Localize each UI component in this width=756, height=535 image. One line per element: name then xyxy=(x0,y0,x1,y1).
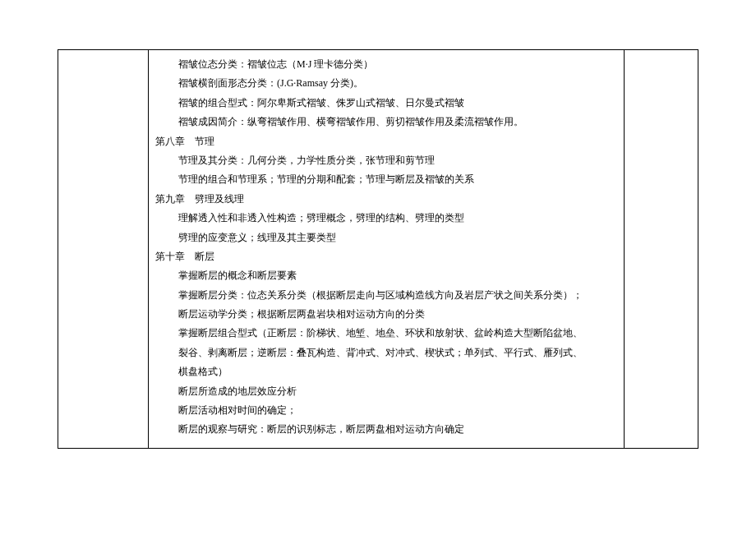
content-line: 节理的组合和节理系；节理的分期和配套；节理与断层及褶皱的关系 xyxy=(155,170,617,189)
document-page: 褶皱位态分类：褶皱位志（M·J 理卡德分类）褶皱横剖面形态分类：(J.G·Ram… xyxy=(0,0,756,449)
content-line: 褶皱横剖面形态分类：(J.G·Ramsay 分类)。 xyxy=(155,74,617,93)
content-line: 劈理的应变意义；线理及其主要类型 xyxy=(155,228,617,247)
content-line: 第八章 节理 xyxy=(155,132,617,151)
content-line: 节理及其分类：几何分类，力学性质分类，张节理和剪节理 xyxy=(155,151,617,170)
table-row: 褶皱位态分类：褶皱位志（M·J 理卡德分类）褶皱横剖面形态分类：(J.G·Ram… xyxy=(58,50,698,449)
content-block: 褶皱位态分类：褶皱位志（M·J 理卡德分类）褶皱横剖面形态分类：(J.G·Ram… xyxy=(155,55,617,440)
content-line: 褶皱成因简介：纵弯褶皱作用、横弯褶皱作用、剪切褶皱作用及柔流褶皱作用。 xyxy=(155,113,617,131)
content-line: 断层的观察与研究：断层的识别标志，断层两盘相对运动方向确定 xyxy=(155,420,617,439)
content-line: 断层活动相对时间的确定； xyxy=(155,401,617,420)
content-line: 掌握断层组合型式（正断层：阶梯状、地堑、地垒、环状和放射状、盆岭构造大型断陷盆地… xyxy=(155,324,617,343)
content-line: 理解透入性和非透入性构造；劈理概念，劈理的结构、劈理的类型 xyxy=(155,209,617,228)
content-cell: 褶皱位态分类：褶皱位志（M·J 理卡德分类）褶皱横剖面形态分类：(J.G·Ram… xyxy=(149,50,625,449)
content-line: 断层所造成的地层效应分析 xyxy=(155,382,617,401)
content-line: 褶皱位态分类：褶皱位志（M·J 理卡德分类） xyxy=(155,55,617,74)
content-line: 棋盘格式） xyxy=(155,362,617,381)
content-line: 掌握断层分类：位态关系分类（根据断层走向与区域构造线方向及岩层产状之间关系分类）… xyxy=(155,286,617,305)
left-cell xyxy=(58,50,149,449)
content-line: 裂谷、剥离断层；逆断层：叠瓦构造、背冲式、对冲式、楔状式；单列式、平行式、雁列式… xyxy=(155,344,617,362)
content-line: 褶皱的组合型式：阿尔卑斯式褶皱、侏罗山式褶皱、日尔曼式褶皱 xyxy=(155,94,617,113)
content-line: 断层运动学分类；根据断层两盘岩块相对运动方向的分类 xyxy=(155,305,617,324)
content-line: 第九章 劈理及线理 xyxy=(155,190,617,209)
right-cell xyxy=(625,50,698,449)
content-line: 掌握断层的概念和断层要素 xyxy=(155,266,617,285)
content-line: 第十章 断层 xyxy=(155,247,617,266)
outline-table: 褶皱位态分类：褶皱位志（M·J 理卡德分类）褶皱横剖面形态分类：(J.G·Ram… xyxy=(58,49,698,449)
